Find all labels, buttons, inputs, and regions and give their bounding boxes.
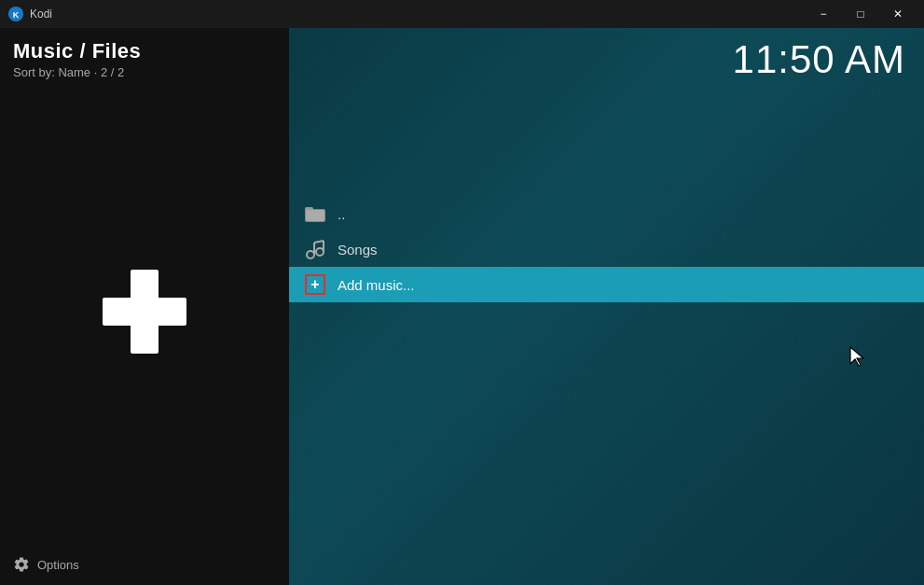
minimize-button[interactable]: − — [805, 0, 842, 28]
breadcrumb-area: Music / Files Sort by: Name · 2 / 2 — [0, 28, 289, 79]
options-bar[interactable]: Options — [0, 544, 289, 585]
add-icon: + — [304, 273, 326, 296]
cursor — [848, 345, 867, 368]
folder-icon — [304, 202, 326, 225]
svg-rect-4 — [306, 210, 324, 221]
list-item-add-music[interactable]: + Add music... — [289, 267, 924, 302]
title-bar-controls: − □ ✕ — [805, 0, 917, 28]
options-label: Options — [37, 558, 79, 572]
add-bordered-icon: + — [305, 274, 324, 295]
maximize-button[interactable]: □ — [842, 0, 879, 28]
svg-text:K: K — [13, 10, 20, 20]
left-panel: Music / Files Sort by: Name · 2 / 2 Opti… — [0, 28, 289, 585]
music-icon — [304, 238, 326, 260]
list-item-songs[interactable]: Songs — [289, 231, 924, 267]
title-bar-left: K Kodi — [7, 6, 52, 22]
item-label-parent: .. — [338, 206, 345, 222]
item-label-add-music: Add music... — [338, 277, 415, 293]
close-button[interactable]: ✕ — [879, 0, 917, 28]
big-plus-icon — [0, 79, 289, 544]
plus-cross-icon — [84, 251, 205, 372]
main-area: Music / Files Sort by: Name · 2 / 2 Opti… — [0, 28, 924, 585]
gear-icon — [13, 556, 30, 573]
list-item[interactable]: .. — [289, 196, 924, 231]
list-area: .. Songs + — [289, 196, 924, 302]
sort-info: Sort by: Name · 2 / 2 — [13, 65, 276, 79]
item-label-songs: Songs — [338, 242, 378, 258]
title-bar: K Kodi − □ ✕ — [0, 0, 924, 28]
svg-line-8 — [314, 241, 324, 243]
music-svg-icon — [305, 239, 325, 259]
svg-point-6 — [316, 248, 324, 256]
svg-marker-10 — [850, 347, 863, 366]
clock-display: 11:50 AM — [733, 37, 905, 82]
kodi-logo-icon: K — [7, 6, 24, 22]
folder-svg-icon — [305, 205, 325, 222]
svg-point-5 — [307, 251, 314, 258]
titlebar-app-name: Kodi — [30, 7, 52, 21]
right-panel: 11:50 AM .. — [289, 28, 924, 585]
page-title: Music / Files — [13, 39, 276, 63]
